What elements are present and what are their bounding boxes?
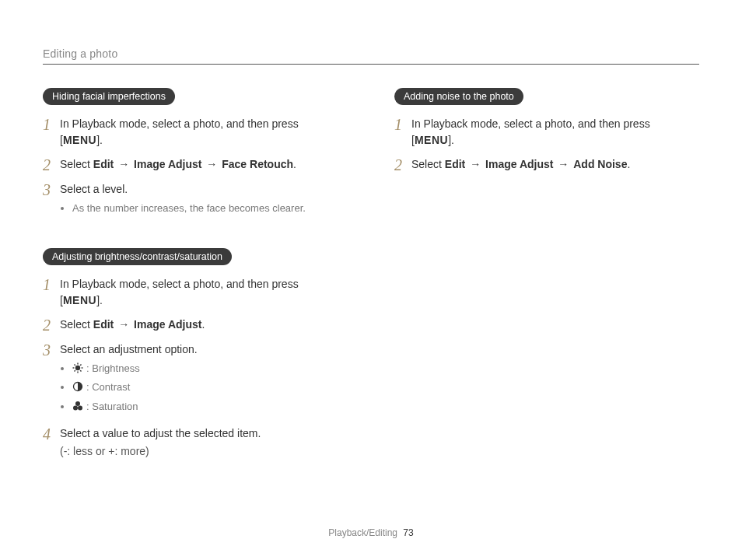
sub-bullet: : Brightness	[72, 361, 348, 378]
step-text: Select	[60, 158, 93, 170]
sub-bullets: As the number increases, the face become…	[60, 201, 348, 216]
step-body: Select a level. As the number increases,…	[60, 181, 348, 219]
step-number: 2	[43, 317, 60, 334]
step: 2 Select Edit → Image Adjust.	[43, 317, 348, 334]
menu-path-edit: Edit	[445, 158, 465, 170]
bracket-close: ].	[96, 134, 103, 146]
menu-path-image-adjust: Image Adjust	[485, 158, 553, 170]
menu-button-label: MENU	[63, 134, 96, 146]
sub-bullet: : Saturation	[72, 399, 348, 416]
option-label: : Saturation	[86, 401, 138, 412]
step-number: 2	[43, 156, 60, 173]
period: .	[201, 318, 205, 331]
period: .	[293, 158, 296, 170]
brightness-icon	[72, 362, 83, 378]
section-adjusting-bcs: Adjusting brightness/contrast/saturation…	[43, 248, 348, 460]
footer-section: Playback/Editing	[328, 527, 397, 538]
arrow-icon: →	[205, 158, 219, 170]
right-column: Adding noise to the photo 1 In Playback …	[394, 88, 699, 489]
saturation-icon	[72, 401, 83, 416]
page-footer: Playback/Editing 73	[0, 527, 742, 538]
svg-point-12	[78, 405, 82, 410]
step-text: Select an adjustment option.	[60, 343, 198, 355]
step-number: 2	[394, 156, 411, 173]
svg-point-10	[75, 401, 80, 406]
section-adding-noise: Adding noise to the photo 1 In Playback …	[394, 88, 699, 173]
menu-path-edit: Edit	[93, 158, 114, 170]
menu-button-label: MENU	[63, 294, 96, 306]
step-text: In Playback mode, select a photo, and th…	[60, 278, 299, 290]
step-number: 3	[43, 341, 60, 359]
menu-button-label: MENU	[415, 134, 448, 146]
page-header: Editing a photo	[43, 47, 699, 65]
svg-line-5	[75, 364, 75, 365]
step-text: Select	[60, 318, 93, 331]
page-title: Editing a photo	[43, 47, 117, 60]
step-number: 1	[43, 116, 60, 133]
svg-line-7	[80, 364, 81, 365]
step: 1 In Playback mode, select a photo, and …	[43, 276, 348, 309]
step-text: Select a value to adjust the selected it…	[60, 427, 261, 439]
contrast-icon	[72, 381, 83, 397]
section-pill: Hiding facial imperfections	[43, 88, 175, 105]
option-label: : Contrast	[86, 381, 130, 393]
svg-point-11	[73, 405, 78, 410]
section-pill: Adjusting brightness/contrast/saturation	[43, 248, 232, 265]
step-number: 1	[394, 116, 411, 133]
step: 4 Select a value to adjust the selected …	[43, 425, 348, 460]
step-text: In Playback mode, select a photo, and th…	[411, 117, 650, 130]
step-body: Select a value to adjust the selected it…	[60, 425, 348, 460]
footer-page-number: 73	[403, 527, 413, 538]
step-text: Select a level.	[60, 183, 128, 195]
step-body: Select Edit → Image Adjust.	[60, 317, 348, 333]
step-text: In Playback mode, select a photo, and th…	[60, 117, 299, 130]
bracket-close: ].	[448, 134, 454, 146]
step-body: In Playback mode, select a photo, and th…	[411, 116, 699, 149]
step-number: 4	[43, 425, 60, 443]
period: .	[627, 158, 630, 170]
arrow-icon: →	[468, 158, 482, 170]
svg-line-6	[80, 370, 81, 371]
menu-path-add-noise: Add Noise	[573, 158, 627, 170]
step-body: In Playback mode, select a photo, and th…	[60, 116, 348, 149]
step-text: Select	[411, 158, 445, 170]
menu-path-face-retouch: Face Retouch	[222, 158, 293, 170]
arrow-icon: →	[556, 158, 570, 170]
step: 3 Select a level. As the number increase…	[43, 181, 348, 219]
step-body: Select Edit → Image Adjust → Add Noise.	[411, 156, 699, 173]
sub-bullet: As the number increases, the face become…	[72, 201, 348, 216]
step-number: 1	[43, 276, 60, 293]
step-number: 3	[43, 181, 60, 198]
step: 3 Select an adjustment option. : Brightn…	[43, 341, 348, 418]
step-body: Select Edit → Image Adjust → Face Retouc…	[60, 156, 348, 173]
step-subnote: (-: less or +: more)	[60, 443, 348, 460]
section-hiding-imperfections: Hiding facial imperfections 1 In Playbac…	[43, 88, 348, 219]
step: 2 Select Edit → Image Adjust → Face Reto…	[43, 156, 348, 173]
step: 2 Select Edit → Image Adjust → Add Noise…	[394, 156, 699, 173]
left-column: Hiding facial imperfections 1 In Playbac…	[43, 88, 348, 489]
step: 1 In Playback mode, select a photo, and …	[394, 116, 699, 149]
svg-point-0	[75, 365, 80, 369]
sub-bullet: : Contrast	[72, 380, 348, 397]
step-body: In Playback mode, select a photo, and th…	[60, 276, 348, 309]
arrow-icon: →	[117, 158, 131, 170]
menu-path-image-adjust: Image Adjust	[134, 318, 201, 331]
bracket-close: ].	[96, 294, 103, 306]
step: 1 In Playback mode, select a photo, and …	[43, 116, 348, 149]
option-label: : Brightness	[86, 362, 140, 374]
arrow-icon: →	[117, 318, 131, 331]
sub-bullets: : Brightness : Contrast : Saturation	[60, 361, 348, 416]
section-pill: Adding noise to the photo	[394, 88, 523, 105]
menu-path-image-adjust: Image Adjust	[134, 158, 201, 170]
menu-path-edit: Edit	[93, 318, 114, 331]
content-columns: Hiding facial imperfections 1 In Playbac…	[43, 88, 699, 489]
step-body: Select an adjustment option. : Brightnes…	[60, 341, 348, 418]
svg-line-8	[75, 370, 75, 371]
